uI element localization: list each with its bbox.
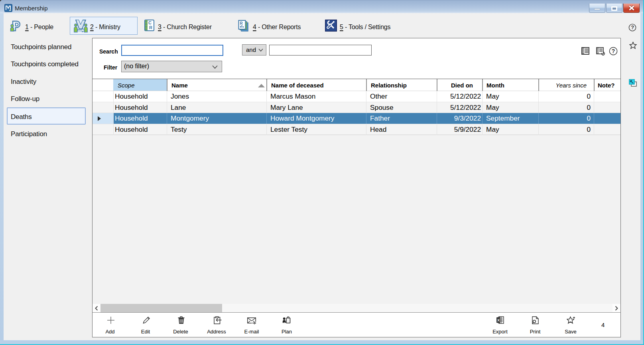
svg-text:?: ? bbox=[612, 48, 615, 54]
svg-text:R: R bbox=[149, 25, 152, 30]
svg-text:C: C bbox=[148, 20, 152, 25]
svg-text:X: X bbox=[497, 318, 500, 322]
svg-text:?: ? bbox=[631, 24, 634, 30]
svg-text:R: R bbox=[240, 21, 243, 26]
